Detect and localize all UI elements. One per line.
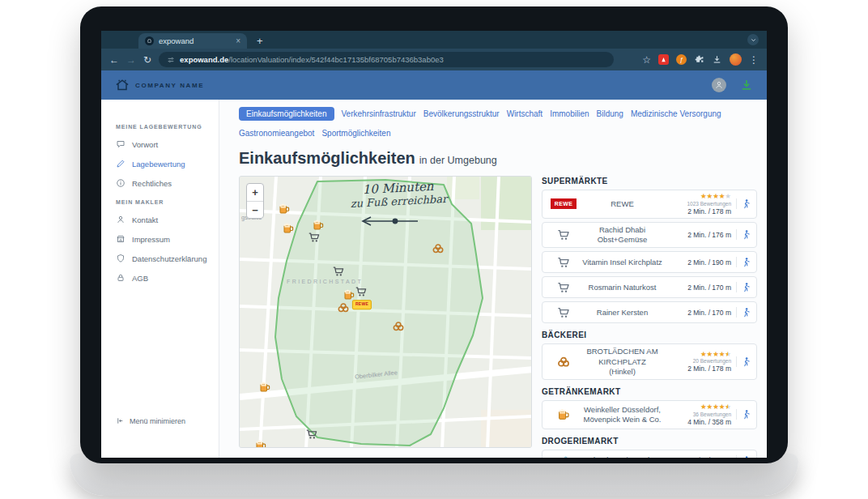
distance-label: 2 Min. / 170 m [687, 284, 731, 292]
place-name: Rainer Kersten [580, 308, 665, 318]
place-card-weinkeller-d-sseldorf[interactable]: Weinkeller Düsseldorf,Mövenpick Wein & C… [542, 400, 757, 429]
sidebar-section-title: MEIN MAKLER [116, 199, 214, 205]
browser-menu-icon[interactable]: ⋮ [749, 55, 759, 65]
back-icon[interactable]: ← [109, 55, 119, 65]
browser-profile-avatar[interactable] [730, 53, 742, 66]
place-name: dm-drogerie markt [580, 455, 665, 458]
place-card-vitamin-insel-kirchplatz[interactable]: Vitamin Insel Kirchplatz2 Min. / 190 m [542, 251, 757, 273]
pretzel-map-marker[interactable] [338, 302, 350, 314]
user-avatar[interactable] [712, 78, 726, 92]
rewe-logo: REWE [551, 198, 577, 209]
panel-section-title: GETRÄNKEMARKT [542, 387, 757, 396]
place-name: Rachid Dhabi Obst+Gemüse [580, 225, 665, 245]
tab-immobilien[interactable]: Immobilien [550, 107, 589, 121]
distance-label: 5 Min. / 452 m [687, 456, 731, 458]
beer-map-marker[interactable] [259, 382, 271, 394]
sidebar-item-rechtliches[interactable]: Rechtliches [116, 178, 214, 188]
info-icon [116, 178, 126, 188]
place-card-brotl-dchen-am-kirchplatz[interactable]: BROTLÄDCHEN AM KIRCHPLATZ(Hinkel)★★★★★★★… [542, 343, 757, 380]
distance-label: 2 Min. / 178 m [687, 365, 731, 373]
beer-map-marker[interactable] [283, 223, 295, 235]
page-title: Einkaufsmöglichkeitenin der Umgebung [239, 149, 757, 168]
beer-map-marker[interactable] [313, 220, 325, 232]
street-label: FRIEDRICHSTADT [287, 279, 363, 284]
cart-map-marker[interactable] [355, 286, 368, 298]
chat-icon [116, 139, 126, 149]
map-canvas[interactable]: + − 10 Minuten zu Fuß erreichbar [239, 176, 532, 448]
review-count: 1023 Bewertungen [687, 201, 731, 207]
tab-bev-lkerungsstruktur[interactable]: Bevölkerungsstruktur [423, 107, 500, 121]
place-name: Rosmarin Naturkost [580, 283, 665, 292]
tab-sportm-glichkeiten[interactable]: Sportmöglichkeiten [321, 126, 390, 140]
adobe-extension-icon[interactable] [658, 54, 669, 65]
cart-map-marker[interactable] [308, 232, 321, 244]
rewe-map-marker[interactable]: REWE [352, 300, 372, 309]
beer-map-marker[interactable] [255, 440, 267, 449]
pretzel-map-marker[interactable] [393, 321, 405, 333]
sidebar-item-kontakt[interactable]: Kontakt [116, 215, 214, 224]
tab-einkaufsm-glichkeiten[interactable]: Einkaufsmöglichkeiten [239, 107, 334, 121]
tab-close-icon[interactable]: × [236, 36, 240, 45]
cart-map-marker[interactable] [306, 429, 318, 441]
place-card-rewe[interactable]: REWEREWE★★★★★★★★★★1023 Bewertungen2 Min.… [542, 190, 757, 219]
laptop-mockup: expowand × + ← → ↻ expowand.de/locationV… [0, 0, 868, 499]
pretzel-map-marker[interactable] [432, 243, 445, 255]
zoom-out-button[interactable]: − [247, 201, 263, 218]
sidebar-item-vorwort[interactable]: Vorwort [116, 139, 214, 149]
fx-extension-icon[interactable]: ƒ [676, 54, 687, 65]
tab-wirtschaft[interactable]: Wirtschaft [507, 107, 542, 121]
tab-verkehrsinfrastruktur[interactable]: Verkehrsinfrastruktur [342, 107, 416, 121]
star-rating: ★★★★★★★★★★ [700, 193, 731, 200]
walk-icon [736, 282, 751, 292]
tab-bildung[interactable]: Bildung [597, 107, 623, 121]
sidebar-item-impressum[interactable]: Impressum [116, 234, 214, 244]
minimize-menu-button[interactable]: Menü minimieren [116, 416, 214, 458]
tab-medizinische-versorgung[interactable]: Medizinische Versorgung [631, 107, 721, 121]
tab-title: expowand [159, 36, 194, 45]
shield-icon [116, 254, 126, 263]
site-settings-icon[interactable] [167, 56, 175, 64]
panel-section-title: BÄCKEREI [542, 331, 757, 339]
place-card-rosmarin-naturkost[interactable]: Rosmarin Naturkost2 Min. / 170 m [542, 276, 757, 298]
sidebar-item-datenschutzerkl-rung[interactable]: Datenschutzerklärung [116, 254, 214, 263]
walk-icon [736, 257, 751, 267]
annotation-arrow-icon [358, 215, 426, 228]
new-tab-button[interactable]: + [257, 33, 263, 49]
place-card-rachid-dhabi-obst-gem-se[interactable]: Rachid Dhabi Obst+Gemüse2 Min. / 176 m [542, 222, 757, 249]
url-bar[interactable]: expowand.de/locationValuation/index/542f… [159, 52, 614, 67]
rewe-map-label: REWE [352, 300, 372, 309]
panel-section-title: SUPERMÄRKTE [542, 177, 757, 186]
review-count: 20 Bewertungen [693, 358, 731, 364]
place-name: Vitamin Insel Kirchplatz [580, 258, 665, 267]
beer-map-marker[interactable] [343, 289, 355, 301]
forward-icon[interactable]: → [126, 55, 136, 65]
url-path: /locationValuation/index/542f44bc17135bf… [228, 55, 444, 64]
sidebar-nav: MEINE LAGEBEWERTUNGVorwortLagebewertungR… [101, 100, 219, 458]
building-icon [116, 234, 126, 244]
review-count: 36 Bewertungen [693, 412, 731, 417]
browser-tabstrip: expowand × + [101, 31, 767, 49]
place-name: REWE [580, 199, 665, 209]
place-card-rainer-kersten[interactable]: Rainer Kersten2 Min. / 170 m [542, 301, 757, 323]
company-logo[interactable]: COMPANY NAME [114, 77, 204, 93]
download-report-icon[interactable] [739, 78, 754, 92]
distance-label: 2 Min. / 178 m [687, 207, 731, 215]
distance-label: 4 Min. / 358 m [687, 418, 731, 426]
bookmark-star-icon[interactable]: ☆ [642, 55, 651, 65]
walk-icon [736, 307, 751, 318]
category-tabs: EinkaufsmöglichkeitenVerkehrsinfrastrukt… [239, 107, 759, 140]
brush-icon [557, 454, 570, 458]
place-card-dm-drogerie-markt[interactable]: dm-drogerie markt5 Min. / 452 m [542, 450, 757, 458]
sidebar-item-agb[interactable]: AGB [116, 273, 214, 283]
browser-tab[interactable]: expowand × [138, 33, 247, 49]
tab-search-chevron-icon[interactable] [747, 34, 759, 45]
zoom-in-button[interactable]: + [247, 184, 263, 201]
walk-icon [736, 455, 751, 458]
downloads-icon[interactable] [712, 54, 722, 65]
sidebar-item-lagebewertung[interactable]: Lagebewertung [116, 159, 214, 168]
reload-icon[interactable]: ↻ [143, 55, 151, 65]
beer-map-marker[interactable] [279, 203, 291, 215]
extensions-puzzle-icon[interactable] [694, 54, 704, 65]
cart-map-marker[interactable] [333, 266, 345, 278]
tab-gastronomieangebot[interactable]: Gastronomieangebot [239, 126, 314, 140]
